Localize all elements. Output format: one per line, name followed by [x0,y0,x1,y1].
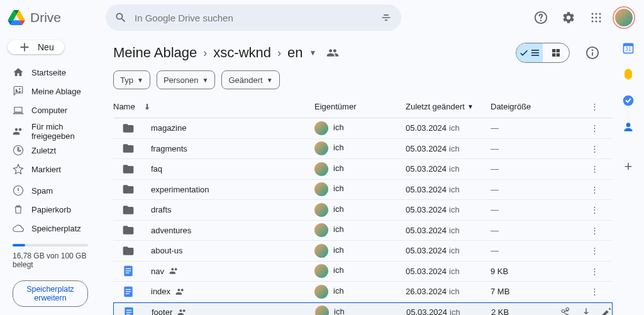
modified-date: 05.03.2024 [406,185,447,194]
row-more-button[interactable]: ⋮ [587,144,602,153]
apps-button[interactable] [586,8,606,28]
new-button[interactable]: Neu [8,40,64,54]
chevron-down-icon[interactable]: ▼ [309,48,317,57]
shared-icon [13,126,24,137]
modified-date: 05.03.2024 [406,267,447,276]
modified-by: ich [449,226,460,235]
row-more-button[interactable]: ⋮ [587,226,602,235]
file-size: 9 KB [491,267,508,276]
svg-point-31 [626,123,631,127]
breadcrumb-current[interactable]: en [287,45,303,61]
check-icon [519,48,529,58]
row-more-button[interactable]: ⋮ [587,185,602,194]
svg-point-7 [599,17,601,19]
sidebar-item-drive[interactable]: Meine Ablage [5,82,96,101]
modified-by: ich [449,205,460,214]
filter-people[interactable]: Personen▼ [157,70,216,89]
sidebar-item-spam[interactable]: Spam [5,181,96,200]
modified-by: ich [449,123,460,133]
file-row[interactable]: adventuresich05.03.2024 ich—⋮ [113,221,613,241]
svg-rect-21 [126,291,131,292]
file-row[interactable]: indexich26.03.2024 ich7 MB⋮ [113,282,613,302]
row-more-button[interactable]: ⋮ [587,246,602,255]
file-row[interactable]: about-usich05.03.2024 ich—⋮ [113,241,613,262]
filter-type[interactable]: Typ▼ [113,70,150,89]
edit-icon[interactable] [601,307,612,315]
file-row[interactable]: faqich05.03.2024 ich—⋮ [113,159,613,180]
sidebar-item-computer[interactable]: Computer [5,101,96,119]
row-more-button[interactable]: ⋮ [587,287,602,296]
add-addon-button[interactable]: + [625,158,633,175]
file-row[interactable]: experimentationich05.03.2024 ich—⋮ [113,180,613,201]
search-icon [114,11,127,24]
recent-icon [13,145,24,156]
modified-by: ich [450,307,460,315]
share-icon[interactable] [560,307,572,315]
download-icon[interactable] [580,307,592,315]
col-name-header[interactable]: Name [113,102,135,111]
list-view-button[interactable] [516,43,543,62]
search-input[interactable] [135,13,372,23]
col-owner-header[interactable]: Eigentümer [314,102,356,111]
svg-point-9 [596,21,597,23]
svg-point-3 [596,13,597,15]
file-row[interactable]: fragmentsich05.03.2024 ich—⋮ [113,139,613,160]
modified-date: 26.03.2024 [406,287,447,296]
modified-by: ich [449,246,460,255]
arrow-down-icon[interactable] [143,102,152,111]
file-name: faq [151,164,162,174]
file-size: — [491,185,499,194]
info-icon [586,46,599,60]
svg-point-1 [541,20,541,21]
file-name: nav [151,267,164,276]
contacts-icon[interactable] [622,121,635,133]
grid-view-button[interactable] [543,43,569,62]
list-icon [530,48,540,58]
file-size: — [491,226,499,235]
breadcrumb-folder-1[interactable]: xsc-wknd [213,45,271,61]
file-row[interactable]: draftsich05.03.2024 ich—⋮ [113,200,613,221]
account-avatar[interactable] [614,8,634,28]
col-modified-header[interactable]: Zuletzt geändert [406,102,465,111]
search-bar[interactable] [106,4,401,31]
tasks-icon[interactable] [622,94,635,107]
owner-avatar [314,182,328,196]
sidebar-item-home[interactable]: Startseite [5,63,96,82]
row-more-button[interactable]: ⋮ [587,205,602,214]
app-name: Drive [30,10,61,25]
sidebar-item-cloud[interactable]: Speicherplatz [5,219,96,238]
filter-modified[interactable]: Geändert▼ [221,70,279,89]
folder-icon [122,163,135,175]
file-size: — [491,246,499,255]
sidebar-item-shared[interactable]: Für mich freigegeben [5,122,96,141]
settings-button[interactable] [558,8,579,28]
header-more-button[interactable]: ⋮ [587,102,602,111]
modified-date: 05.03.2024 [406,205,447,214]
svg-point-2 [592,13,594,15]
sidebar-item-recent[interactable]: Zuletzt [5,141,96,160]
search-options-icon[interactable] [380,11,392,24]
file-row[interactable]: navich05.03.2024 ich9 KB⋮ [113,262,613,282]
info-button[interactable] [582,43,602,63]
file-row[interactable]: magazineich05.03.2024 ich—⋮ [113,118,613,139]
filter-row: Typ▼ Personen▼ Geändert▼ [113,68,613,96]
file-row[interactable]: footerich05.03.2024 ich2 KB⋮ [113,302,613,316]
sidebar-item-star[interactable]: Markiert [5,160,96,179]
chevron-down-icon: ▼ [267,77,273,84]
trash-icon [13,204,24,215]
sidebar-item-trash[interactable]: Papierkorb [5,200,96,219]
sidebar-item-label: Computer [31,106,67,115]
people-icon[interactable] [326,47,339,59]
expand-storage-button[interactable]: Speicherplatz erweitern [13,280,88,307]
row-more-button[interactable]: ⋮ [587,267,602,276]
col-size-header[interactable]: Dateigröße [491,102,531,111]
keep-icon[interactable] [622,68,635,80]
help-button[interactable] [531,8,551,28]
owner-name: ich [334,307,345,315]
row-more-button[interactable]: ⋮ [587,123,602,133]
breadcrumb-root[interactable]: Meine Ablage [113,45,197,61]
calendar-icon[interactable]: 31 [622,41,635,54]
svg-rect-23 [125,307,133,315]
logo-area[interactable]: Drive [8,10,101,25]
row-more-button[interactable]: ⋮ [587,164,602,174]
